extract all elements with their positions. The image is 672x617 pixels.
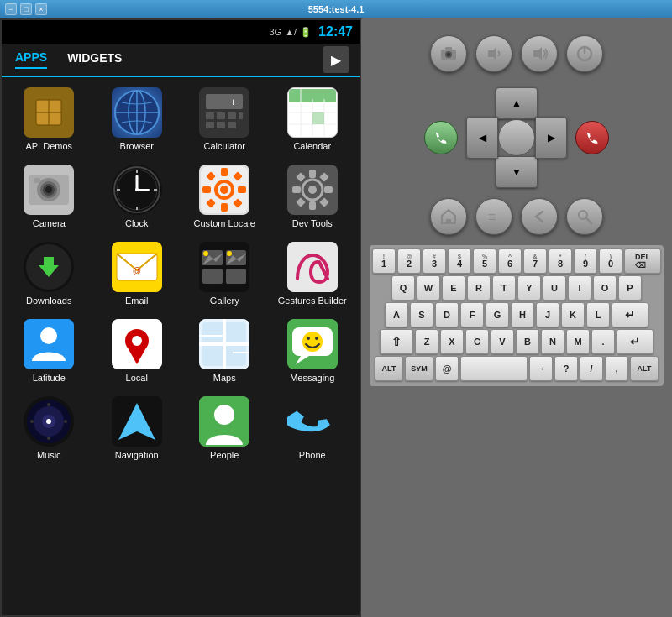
key-period[interactable]: . <box>591 329 615 354</box>
dpad-down-button[interactable]: ▼ <box>496 156 538 188</box>
app-music[interactable]: Music <box>11 393 87 463</box>
key-shift[interactable]: ⇧ <box>380 329 413 354</box>
key-s[interactable]: S <box>410 302 433 327</box>
dpad-right-button[interactable]: ▶ <box>535 117 567 159</box>
key-v[interactable]: V <box>491 329 514 354</box>
key-alt-right[interactable]: ALT <box>630 356 659 381</box>
key-d[interactable]: D <box>435 302 459 327</box>
key-at[interactable]: @ <box>435 356 459 381</box>
minimize-button[interactable]: − <box>5 3 17 15</box>
app-calculator[interactable]: + − Calculator <box>186 84 262 154</box>
app-gestures-builder[interactable]: Gestures Builder <box>275 238 350 309</box>
call-end-button[interactable] <box>575 121 609 154</box>
app-dev-tools[interactable]: Dev Tools <box>275 161 350 232</box>
key-j[interactable]: J <box>536 302 559 327</box>
key-enter[interactable]: ↵ <box>612 302 648 327</box>
key-b[interactable]: B <box>516 329 539 354</box>
key-question[interactable]: ? <box>554 356 578 381</box>
key-4[interactable]: $4 <box>448 248 471 274</box>
key-slash[interactable]: / <box>580 356 603 381</box>
key-q[interactable]: Q <box>391 275 415 301</box>
key-f[interactable]: F <box>460 302 484 327</box>
svg-rect-18 <box>217 122 225 128</box>
tab-apps[interactable]: APPS <box>15 50 47 69</box>
key-space[interactable] <box>460 356 528 381</box>
key-o[interactable]: O <box>593 275 617 301</box>
play-store-icon[interactable]: ▶ <box>323 46 349 73</box>
dpad-center-button[interactable] <box>498 119 535 156</box>
search-button[interactable] <box>566 198 603 235</box>
volume-down-button[interactable] <box>475 35 512 72</box>
app-email[interactable]: @ Email <box>99 238 175 309</box>
key-sym[interactable]: SYM <box>405 356 433 381</box>
key-g[interactable]: G <box>486 302 509 327</box>
app-downloads[interactable]: Downloads <box>11 238 87 309</box>
key-0[interactable]: )0 <box>599 248 622 274</box>
key-p[interactable]: P <box>618 275 642 301</box>
app-maps[interactable]: Maps <box>186 316 262 386</box>
app-messaging[interactable]: Messaging <box>275 316 350 386</box>
key-h[interactable]: H <box>511 302 534 327</box>
app-custom-locale[interactable]: Custom Locale <box>186 161 262 232</box>
key-t[interactable]: T <box>492 275 516 301</box>
app-row-5: Music Navigation <box>5 393 356 463</box>
key-a[interactable]: A <box>385 302 408 327</box>
app-browser[interactable]: Browser <box>99 84 175 154</box>
power-button[interactable] <box>566 35 603 72</box>
app-calendar[interactable]: Calendar <box>275 84 350 154</box>
key-r[interactable]: R <box>467 275 491 301</box>
close-button[interactable]: × <box>35 3 47 15</box>
key-comma[interactable]: , <box>605 356 628 381</box>
app-camera[interactable]: Camera <box>11 161 87 232</box>
key-5[interactable]: %5 <box>473 248 496 274</box>
key-alt-left[interactable]: ALT <box>375 356 403 381</box>
key-9[interactable]: (9 <box>574 248 597 274</box>
volume-up-button[interactable] <box>521 35 558 72</box>
tab-widgets[interactable]: WIDGETS <box>67 51 122 68</box>
app-clock[interactable]: Clock <box>99 161 175 232</box>
window-controls[interactable]: − □ × <box>5 3 47 15</box>
key-n[interactable]: N <box>541 329 564 354</box>
key-c[interactable]: C <box>465 329 489 354</box>
key-z[interactable]: Z <box>415 329 438 354</box>
menu-button[interactable]: ≡ <box>475 198 512 235</box>
music-label: Music <box>37 450 61 460</box>
key-3[interactable]: #3 <box>423 248 446 274</box>
key-m[interactable]: M <box>566 329 590 354</box>
key-e[interactable]: E <box>442 275 465 301</box>
call-accept-button[interactable] <box>424 121 458 154</box>
svg-rect-28 <box>312 112 324 124</box>
home-button[interactable] <box>430 198 467 235</box>
app-people[interactable]: People <box>186 393 262 463</box>
keyboard-row-qwerty: Q W E R T Y U I O P <box>373 275 660 301</box>
key-y[interactable]: Y <box>517 275 541 301</box>
app-api-demos[interactable]: API Demos <box>11 84 87 154</box>
key-l[interactable]: L <box>586 302 610 327</box>
maximize-button[interactable]: □ <box>20 3 32 15</box>
dpad-up-button[interactable]: ▲ <box>496 87 538 119</box>
svg-text:@: @ <box>133 266 141 275</box>
key-k[interactable]: K <box>561 302 585 327</box>
key-6[interactable]: ^6 <box>498 248 522 274</box>
clock-icon <box>112 165 162 215</box>
key-8[interactable]: *8 <box>549 248 572 274</box>
key-enter-2[interactable]: ↵ <box>617 329 654 354</box>
dpad-left-button[interactable]: ◀ <box>466 117 498 159</box>
key-w[interactable]: W <box>417 275 440 301</box>
key-u[interactable]: U <box>543 275 566 301</box>
app-local[interactable]: Local <box>99 316 175 386</box>
key-arrow[interactable]: → <box>529 356 553 381</box>
key-1[interactable]: !1 <box>372 248 396 274</box>
key-7[interactable]: &7 <box>523 248 547 274</box>
app-gallery[interactable]: Gallery <box>186 238 262 309</box>
key-del[interactable]: DEL⌫ <box>624 248 661 274</box>
people-label: People <box>210 450 239 460</box>
app-latitude[interactable]: Latitude <box>11 316 87 386</box>
app-phone[interactable]: Phone <box>275 393 350 463</box>
back-button[interactable] <box>521 198 558 235</box>
camera-button[interactable] <box>430 35 467 72</box>
key-2[interactable]: @2 <box>397 248 421 274</box>
key-i[interactable]: I <box>568 275 591 301</box>
app-navigation[interactable]: Navigation <box>99 393 175 463</box>
key-x[interactable]: X <box>440 329 464 354</box>
